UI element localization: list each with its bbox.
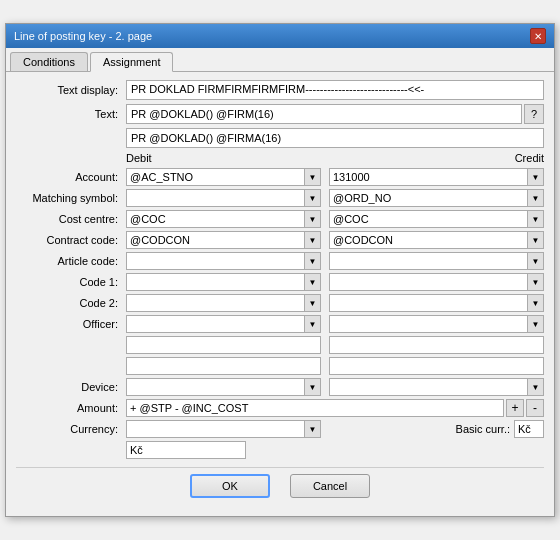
matching-debit-input[interactable] xyxy=(126,189,305,207)
code1-debit-input[interactable] xyxy=(126,273,305,291)
device-debit-group: ▼ xyxy=(126,378,321,396)
amount-label: Amount: xyxy=(16,402,126,414)
article-credit-input[interactable] xyxy=(329,252,528,270)
currency-row: Currency: ▼ Basic curr.: xyxy=(16,420,544,438)
cancel-button[interactable]: Cancel xyxy=(290,474,370,498)
code1-credit-input[interactable] xyxy=(329,273,528,291)
currency-debit-input[interactable] xyxy=(126,420,305,438)
currency-debit-group: ▼ xyxy=(126,420,321,438)
officer-credit-group: ▼ xyxy=(329,315,544,333)
text-display-row: Text display: PR DOKLAD FIRMFIRMFIRMFIRM… xyxy=(16,80,544,100)
contract-debit-group: ▼ xyxy=(126,231,321,249)
form-content: Text display: PR DOKLAD FIRMFIRMFIRMFIRM… xyxy=(6,72,554,516)
article-credit-dropdown[interactable]: ▼ xyxy=(528,252,544,270)
main-window: Line of posting key - 2. page ✕ Conditio… xyxy=(5,23,555,517)
extra-debit1-group xyxy=(126,336,321,354)
contract-credit-dropdown[interactable]: ▼ xyxy=(528,231,544,249)
officer-credit-input[interactable] xyxy=(329,315,528,333)
plus-button[interactable]: + xyxy=(506,399,524,417)
extra-debit2-input[interactable] xyxy=(126,357,321,375)
account-debit-dropdown[interactable]: ▼ xyxy=(305,168,321,186)
tab-conditions[interactable]: Conditions xyxy=(10,52,88,71)
code1-label: Code 1: xyxy=(16,276,126,288)
code1-credit-dropdown[interactable]: ▼ xyxy=(528,273,544,291)
article-debit-input[interactable] xyxy=(126,252,305,270)
text-label: Text: xyxy=(16,108,126,120)
tab-assignment[interactable]: Assignment xyxy=(90,52,173,72)
cost-centre-debit-input[interactable] xyxy=(126,210,305,228)
window-title: Line of posting key - 2. page xyxy=(14,30,152,42)
text-row1: Text: ? xyxy=(16,104,544,124)
code2-credit-input[interactable] xyxy=(329,294,528,312)
contract-code-label: Contract code: xyxy=(16,234,126,246)
matching-debit-group: ▼ xyxy=(126,189,321,207)
column-headers: Debit Credit xyxy=(126,152,544,164)
basic-curr-value[interactable] xyxy=(514,420,544,438)
matching-credit-input[interactable] xyxy=(329,189,528,207)
cost-centre-label: Cost centre: xyxy=(16,213,126,225)
contract-credit-input[interactable] xyxy=(329,231,528,249)
account-credit-group: ▼ xyxy=(329,168,544,186)
currency-input-box[interactable] xyxy=(126,441,246,459)
code2-debit-group: ▼ xyxy=(126,294,321,312)
basic-curr-label: Basic curr.: xyxy=(456,423,510,435)
matching-debit-dropdown[interactable]: ▼ xyxy=(305,189,321,207)
text-input1[interactable] xyxy=(126,104,522,124)
amount-input[interactable] xyxy=(126,399,504,417)
matching-row: Matching symbol: ▼ ▼ xyxy=(16,189,544,207)
extra-credit2-input[interactable] xyxy=(329,357,544,375)
question-button[interactable]: ? xyxy=(524,104,544,124)
code1-credit-group: ▼ xyxy=(329,273,544,291)
contract-debit-input[interactable] xyxy=(126,231,305,249)
code1-debit-dropdown[interactable]: ▼ xyxy=(305,273,321,291)
article-credit-group: ▼ xyxy=(329,252,544,270)
officer-debit-dropdown[interactable]: ▼ xyxy=(305,315,321,333)
currency-input-row xyxy=(126,441,544,459)
close-button[interactable]: ✕ xyxy=(530,28,546,44)
device-label: Device: xyxy=(16,381,126,393)
extra-credit1-group xyxy=(329,336,544,354)
minus-button[interactable]: - xyxy=(526,399,544,417)
code2-credit-dropdown[interactable]: ▼ xyxy=(528,294,544,312)
cost-centre-row: Cost centre: ▼ ▼ xyxy=(16,210,544,228)
cost-centre-credit-dropdown[interactable]: ▼ xyxy=(528,210,544,228)
extra-credit2-group xyxy=(329,357,544,375)
text-input2[interactable] xyxy=(126,128,544,148)
cost-centre-credit-group: ▼ xyxy=(329,210,544,228)
device-credit-group: ▼ xyxy=(329,378,544,396)
matching-credit-dropdown[interactable]: ▼ xyxy=(528,189,544,207)
device-debit-dropdown[interactable]: ▼ xyxy=(305,378,321,396)
device-credit-dropdown[interactable]: ▼ xyxy=(528,378,544,396)
cost-centre-credit-input[interactable] xyxy=(329,210,528,228)
contract-debit-dropdown[interactable]: ▼ xyxy=(305,231,321,249)
account-label: Account: xyxy=(16,171,126,183)
officer-debit-input[interactable] xyxy=(126,315,305,333)
currency-debit-dropdown[interactable]: ▼ xyxy=(305,420,321,438)
button-row: OK Cancel xyxy=(16,467,544,508)
extra-debit1-input[interactable] xyxy=(126,336,321,354)
device-debit-input[interactable] xyxy=(126,378,305,396)
ok-button[interactable]: OK xyxy=(190,474,270,498)
code2-credit-group: ▼ xyxy=(329,294,544,312)
article-code-row: Article code: ▼ ▼ xyxy=(16,252,544,270)
contract-code-row: Contract code: ▼ ▼ xyxy=(16,231,544,249)
title-bar: Line of posting key - 2. page ✕ xyxy=(6,24,554,48)
account-credit-dropdown[interactable]: ▼ xyxy=(528,168,544,186)
account-row: Account: ▼ ▼ xyxy=(16,168,544,186)
device-credit-input[interactable] xyxy=(329,378,528,396)
matching-label: Matching symbol: xyxy=(16,192,126,204)
extra-row1 xyxy=(16,336,544,354)
matching-credit-group: ▼ xyxy=(329,189,544,207)
text-row2 xyxy=(16,128,544,148)
article-debit-dropdown[interactable]: ▼ xyxy=(305,252,321,270)
cost-centre-debit-dropdown[interactable]: ▼ xyxy=(305,210,321,228)
code2-debit-input[interactable] xyxy=(126,294,305,312)
officer-credit-dropdown[interactable]: ▼ xyxy=(528,315,544,333)
code2-debit-dropdown[interactable]: ▼ xyxy=(305,294,321,312)
account-credit-input[interactable] xyxy=(329,168,528,186)
extra-credit1-input[interactable] xyxy=(329,336,544,354)
text-display-label: Text display: xyxy=(16,84,126,96)
amount-row: Amount: + - xyxy=(16,399,544,417)
currency-label: Currency: xyxy=(16,423,126,435)
account-debit-input[interactable] xyxy=(126,168,305,186)
